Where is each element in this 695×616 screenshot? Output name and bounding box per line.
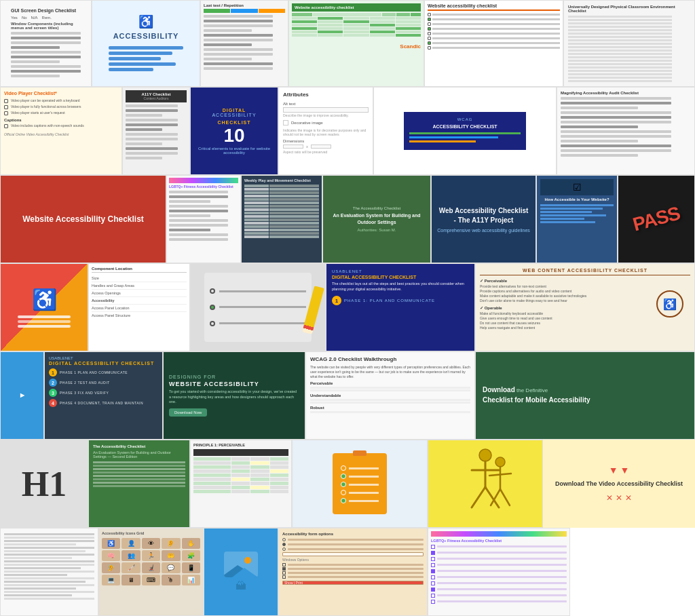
- tile-website-access-banner[interactable]: Website Accessibility Checklist: [0, 175, 166, 263]
- tile-orange-access[interactable]: ♿: [0, 263, 88, 351]
- tile-ancient-figure[interactable]: [428, 440, 543, 528]
- tile-building-outdoor[interactable]: The Accessibility Checklist An Evaluatio…: [322, 175, 431, 263]
- tile-wcag-paper[interactable]: WCAG accessibility checklist: [373, 87, 557, 175]
- tile-digital-access-navy[interactable]: UsableNet Digital Accessibility Checklis…: [326, 263, 475, 351]
- image-grid: GUI Screen Design Checklist YesNoN/ARem.…: [0, 0, 695, 616]
- tile-wcag-walkthrough[interactable]: WCAG 2.0 Checklist Walkthrough The websi…: [305, 351, 475, 440]
- tile-how-accessible[interactable]: ☑ How Accessible is Your Website?: [536, 175, 618, 263]
- ancient-figure-svg: [451, 443, 519, 524]
- tile-plain-doc-1[interactable]: [0, 528, 98, 616]
- tile-blue-sidebar: ◀: [0, 351, 44, 440]
- svg-line-3: [472, 487, 485, 507]
- tile-wca-beige[interactable]: WEB CONTENT ACCESSIBILITY CHECKLIST ✓ Pe…: [475, 263, 695, 351]
- tile-weekly-play[interactable]: Weekly Play and Movement Checklist: [241, 175, 322, 263]
- svg-line-9: [500, 489, 510, 505]
- tile-video-checklist[interactable]: Video Player Checklist* Video player can…: [0, 87, 122, 175]
- tile-gui-screen[interactable]: GUI Screen Design Checklist YesNoN/ARem.…: [0, 0, 92, 87]
- tile-blue-image-placeholder: 🏔: [204, 528, 278, 616]
- tile-video-dl[interactable]: ▼ ▼ Download The Video Accessibility Che…: [543, 440, 695, 528]
- tile-universally-designed[interactable]: Universally Designed Physical Classroom …: [563, 0, 695, 87]
- svg-point-5: [495, 457, 505, 467]
- tile-pass-sign[interactable]: PASS: [618, 175, 695, 263]
- svg-point-0: [479, 449, 491, 461]
- tile-lgbtq-right[interactable]: LGBTQ+ Fitness Accessibility Checklist: [428, 528, 570, 616]
- tile-web-a11y[interactable]: Web Accessibility Checklist - The A11Y P…: [431, 175, 536, 263]
- tile-digital-phases[interactable]: UsableNet Digital Accessibility Checklis…: [44, 351, 163, 440]
- tile-designing-web[interactable]: DESIGNING for WEBSITE ACCESSIBILITY To g…: [163, 351, 305, 440]
- tile-fitness-lgbtq[interactable]: LGBTQ+ Fitness Accessibility Checklist: [166, 175, 241, 263]
- tile-checklist-pencil[interactable]: [190, 263, 326, 351]
- tile-attributes[interactable]: Attributes Alt text Describe the image t…: [278, 87, 373, 175]
- tile-access-book[interactable]: The Accessibility Checklist An Evaluatio…: [88, 440, 190, 528]
- tile-h1[interactable]: H1: [0, 440, 88, 528]
- tile-last-test[interactable]: Last test / Repetition: [200, 0, 288, 87]
- tile-magnifying-access[interactable]: Magnifying Accessibility Audit Checklist: [557, 87, 695, 175]
- tile-mobile-access[interactable]: Download the Definitive Checklist for Mo…: [475, 351, 695, 440]
- tile-scandic[interactable]: Website accessibility checklist: [424, 0, 563, 87]
- tile-accessibility-blue[interactable]: ♿ ACCESSIBILITY: [92, 0, 200, 87]
- svg-line-7: [489, 474, 511, 476]
- tile-component-tree[interactable]: Component Location Size Handles and Gras…: [88, 263, 190, 351]
- tile-a11y-small[interactable]: A11Y Checklist Content Auditors: [122, 87, 190, 175]
- tile-wcag-table[interactable]: PRINCIPLE 1: PERCEIVABLE: [190, 440, 292, 528]
- tile-website-access-green[interactable]: Website accessibility checklist Scandic: [288, 0, 424, 87]
- tile-form-checklist[interactable]: Accessibility form options Windows Optio…: [278, 528, 428, 616]
- tile-emoji-grid[interactable]: Accessibility Icons Grid ♿ 👤 👁 👂 ✋ 🧠 👥 🏃…: [98, 528, 204, 616]
- tile-clipboard-photo[interactable]: [292, 440, 428, 528]
- tile-digital-access-dark[interactable]: DIGITAL Accessibility Checklist 10 Criti…: [190, 87, 278, 175]
